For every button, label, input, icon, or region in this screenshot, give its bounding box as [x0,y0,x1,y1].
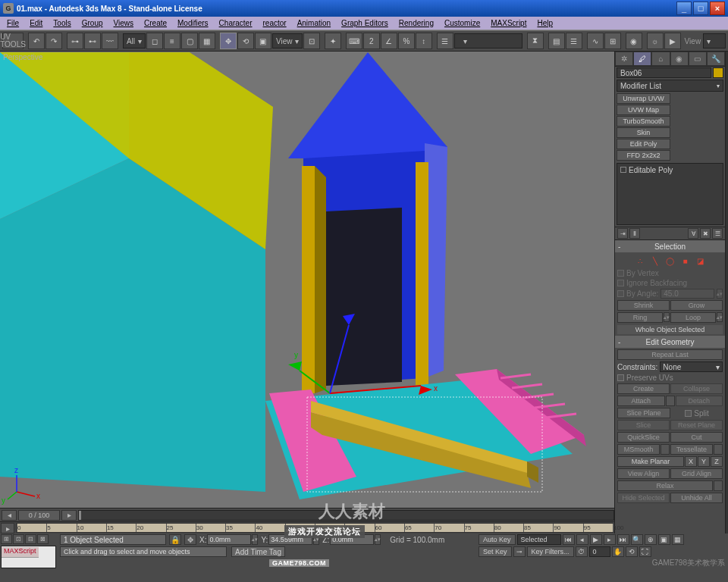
key-mode-dropdown[interactable]: Selected [517,534,561,545]
repeat-last-button[interactable]: Repeat Last [617,349,723,360]
keyboard-shortcut-override-button[interactable]: ⌨ [346,33,362,49]
constraints-dropdown[interactable]: None▾ [660,361,723,372]
maxscript-listener[interactable]: MAXScript [1,546,56,568]
time-config-button[interactable]: ⏱ [576,546,588,557]
object-color-swatch[interactable] [713,67,723,78]
reset-plane-button[interactable]: Reset Plane [670,420,723,430]
coord-x-field[interactable]: 0.0mm [207,534,251,545]
key-mode-toggle-button[interactable]: ⊸ [513,546,526,557]
msmooth-button[interactable]: MSmooth [617,444,660,455]
slice-button[interactable]: Slice [617,420,670,430]
select-rotate-button[interactable]: ⟲ [237,33,254,49]
pivot-center-button[interactable]: ⊡ [303,33,320,49]
modifier-unwrap-uvw-button[interactable]: Unwrap UVW [617,93,670,104]
tab-hierarchy[interactable]: ⌂ [651,52,670,66]
command-panel-scrollbar[interactable] [725,52,728,534]
refcoord-dropdown[interactable]: View▾ [272,33,303,48]
element-level-icon[interactable]: ◪ [695,255,706,266]
menu-edit[interactable]: Edit [26,18,46,28]
zoom-extents-all-button[interactable]: ▦ [672,534,684,545]
by-angle-spinner[interactable]: ▴▾ [717,289,723,299]
current-frame-field[interactable]: 0 [589,546,610,557]
link-button[interactable]: ⊶ [67,33,83,49]
select-button[interactable]: ◻ [146,33,163,49]
window-close-button[interactable]: × [710,2,725,15]
next-frame-button[interactable]: ▸ [604,534,616,545]
vertex-level-icon[interactable]: ∴ [635,255,645,266]
manipulate-button[interactable]: ✦ [325,33,341,49]
relax-settings-button[interactable] [714,480,723,491]
menu-tools[interactable]: Tools [49,18,74,28]
make-planar-button[interactable]: Make Planar [617,456,684,467]
curve-editor-button[interactable]: ∿ [587,33,604,49]
selection-lock-button[interactable]: 🔒 [169,534,181,545]
transform-type-in-button[interactable]: ✥ [184,534,196,545]
pan-button[interactable]: ✋ [612,546,624,557]
trackbar-toggle-button[interactable]: ▸ [1,523,14,534]
stack-item-editable-poly[interactable]: Editable Poly [619,165,721,175]
menu-graph-editors[interactable]: Graph Editors [337,18,392,28]
redo-button[interactable]: ↷ [46,33,62,49]
menu-group[interactable]: Group [78,18,107,28]
menu-create[interactable]: Create [140,18,171,28]
named-selection-button[interactable]: ☰ [437,33,453,49]
selection-filter-dropdown[interactable]: All▾ [123,33,146,48]
unlink-button[interactable]: ⊷ [84,33,101,49]
preserve-uvs-checkbox[interactable]: Preserve UVs [617,374,723,382]
window-minimize-button[interactable]: _ [676,2,692,15]
align-button[interactable]: ▤ [548,33,565,49]
menu-help[interactable]: Help [533,18,557,28]
create-button[interactable]: Create [617,383,670,394]
spinner-snap-button[interactable]: ↕ [416,33,432,49]
coord-z-spinner[interactable]: ▴▾ [375,534,381,545]
snap-percent-button[interactable]: % [398,33,415,49]
window-crossing-button[interactable]: ▦ [199,33,215,49]
edge-level-icon[interactable]: ╲ [650,255,661,266]
select-by-name-button[interactable]: ≡ [164,33,180,49]
grow-button[interactable]: Grow [670,300,723,311]
ring-spinner[interactable]: ▴▾ [664,312,670,322]
set-key-button[interactable]: Set Key [479,546,512,557]
ignore-backfacing-checkbox[interactable]: Ignore Backfacing [617,279,723,287]
slice-plane-button[interactable]: Slice Plane [617,408,670,418]
undo-button[interactable]: ↶ [28,33,45,49]
loop-button[interactable]: Loop [670,312,716,323]
modifier-skin-button[interactable]: Skin [617,127,670,138]
grid-align-button[interactable]: Grid Align [670,468,723,479]
snap-2d-button[interactable]: 2 [363,33,380,49]
snap-angle-button[interactable]: ∠ [381,33,397,49]
zoom-all-button[interactable]: ⊕ [645,534,657,545]
make-planar-x-button[interactable]: X [685,456,697,467]
layers-button[interactable]: ☰ [566,33,582,49]
goto-start-button[interactable]: ⏮ [563,534,575,545]
menu-reactor[interactable]: reactor [259,18,290,28]
tab-motion[interactable]: ◉ [670,52,689,66]
key-filters-button[interactable]: Key Filters... [527,546,574,557]
menu-modifiers[interactable]: Modifiers [174,18,212,28]
border-level-icon[interactable]: ◯ [665,255,676,266]
menu-animation[interactable]: Animation [293,18,334,28]
by-angle-checkbox[interactable]: By Angle: 45.0 ▴▾ [617,289,723,299]
maxscript-tab[interactable]: MAXScript [2,547,39,558]
polygon-level-icon[interactable]: ■ [680,255,691,266]
show-end-result-button[interactable]: Ⅱ [629,228,640,239]
status-set-3-button[interactable]: ⊟ [25,534,36,544]
modifier-list-dropdown[interactable]: Modifier List▾ [617,80,723,92]
select-move-button[interactable]: ✥ [220,33,237,49]
detach-button[interactable]: Detach [676,396,723,406]
menu-rendering[interactable]: Rendering [395,18,438,28]
collapse-button[interactable]: Collapse [670,383,723,394]
maximize-viewport-button[interactable]: ⛶ [639,546,651,557]
select-region-button[interactable]: ▢ [181,33,198,49]
make-unique-button[interactable]: ∀ [688,228,698,239]
menu-maxscript[interactable]: MAXScript [487,18,530,28]
msmooth-settings-button[interactable] [661,444,670,455]
coord-x-spinner[interactable]: ▴▾ [252,534,258,545]
status-set-2-button[interactable]: ⊡ [13,534,24,544]
play-button[interactable]: ▶ [590,534,602,545]
status-set-4-button[interactable]: ⊠ [37,534,49,544]
status-set-1-button[interactable]: ⊞ [1,534,12,544]
auto-key-button[interactable]: Auto Key [479,534,516,545]
shrink-button[interactable]: Shrink [617,300,670,311]
uv-tools-button[interactable]: UV TOOLS [2,33,24,49]
